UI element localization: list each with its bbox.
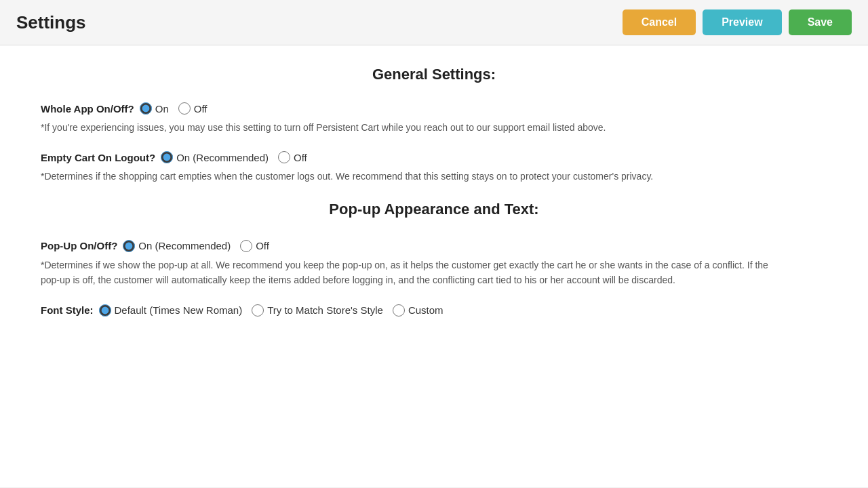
save-button[interactable]: Save bbox=[789, 9, 852, 35]
font-custom-radio[interactable] bbox=[393, 304, 405, 317]
whole-app-off-option[interactable]: Off bbox=[178, 102, 208, 115]
whole-app-on-radio[interactable] bbox=[140, 102, 152, 115]
empty-cart-on-option[interactable]: On (Recommended) bbox=[161, 151, 269, 163]
popup-off-option[interactable]: Off bbox=[240, 240, 269, 252]
popup-onoff-setting-row: Pop-Up On/Off? On (Recommended) Off bbox=[41, 240, 827, 252]
empty-cart-off-option[interactable]: Off bbox=[278, 151, 307, 163]
empty-cart-setting-row: Empty Cart On Logout? On (Recommended) O… bbox=[41, 151, 827, 163]
popup-onoff-radio-group: On (Recommended) Off bbox=[123, 240, 269, 252]
preview-button[interactable]: Preview bbox=[703, 9, 781, 35]
popup-off-radio[interactable] bbox=[240, 240, 252, 252]
cancel-button[interactable]: Cancel bbox=[623, 9, 696, 35]
font-match-label[interactable]: Try to Match Store's Style bbox=[267, 304, 383, 316]
empty-cart-label: Empty Cart On Logout? bbox=[41, 152, 155, 163]
popup-off-label[interactable]: Off bbox=[256, 240, 269, 251]
empty-cart-description: *Determines if the shopping cart empties… bbox=[41, 169, 787, 184]
font-style-radio-group: Default (Times New Roman) Try to Match S… bbox=[99, 304, 443, 317]
font-default-radio[interactable] bbox=[99, 304, 111, 317]
font-style-label: Font Style: bbox=[41, 304, 94, 316]
whole-app-description: *If you're experiencing issues, you may … bbox=[41, 120, 787, 135]
whole-app-on-option[interactable]: On bbox=[140, 102, 169, 115]
whole-app-setting-row: Whole App On/Off? On Off bbox=[41, 102, 827, 115]
main-content: General Settings: Whole App On/Off? On O… bbox=[0, 45, 868, 487]
empty-cart-on-label[interactable]: On (Recommended) bbox=[176, 152, 269, 163]
whole-app-off-radio[interactable] bbox=[178, 102, 191, 115]
popup-onoff-description: *Determines if we show the pop-up at all… bbox=[41, 258, 787, 288]
font-custom-option[interactable]: Custom bbox=[393, 304, 443, 317]
empty-cart-on-radio[interactable] bbox=[161, 151, 173, 163]
popup-on-label[interactable]: On (Recommended) bbox=[138, 240, 231, 251]
empty-cart-off-label[interactable]: Off bbox=[294, 152, 307, 163]
empty-cart-radio-group: On (Recommended) Off bbox=[161, 151, 307, 163]
whole-app-off-label[interactable]: Off bbox=[194, 103, 208, 115]
header: Settings Cancel Preview Save bbox=[0, 0, 868, 45]
font-default-option[interactable]: Default (Times New Roman) bbox=[99, 304, 243, 317]
empty-cart-off-radio[interactable] bbox=[278, 151, 290, 163]
font-match-radio[interactable] bbox=[252, 304, 264, 317]
font-custom-label[interactable]: Custom bbox=[408, 304, 443, 316]
font-style-setting-row: Font Style: Default (Times New Roman) Tr… bbox=[41, 304, 827, 317]
popup-on-radio[interactable] bbox=[123, 240, 135, 252]
whole-app-on-label[interactable]: On bbox=[155, 103, 169, 115]
page-title: Settings bbox=[16, 12, 86, 33]
popup-on-option[interactable]: On (Recommended) bbox=[123, 240, 231, 252]
font-match-store-option[interactable]: Try to Match Store's Style bbox=[252, 304, 383, 317]
whole-app-radio-group: On Off bbox=[140, 102, 208, 115]
font-default-label[interactable]: Default (Times New Roman) bbox=[115, 304, 243, 316]
general-settings-title: General Settings: bbox=[41, 66, 827, 83]
popup-settings-title: Pop-up Appearance and Text: bbox=[41, 201, 827, 218]
whole-app-label: Whole App On/Off? bbox=[41, 103, 134, 115]
popup-onoff-label: Pop-Up On/Off? bbox=[41, 240, 117, 251]
header-buttons: Cancel Preview Save bbox=[623, 9, 852, 35]
